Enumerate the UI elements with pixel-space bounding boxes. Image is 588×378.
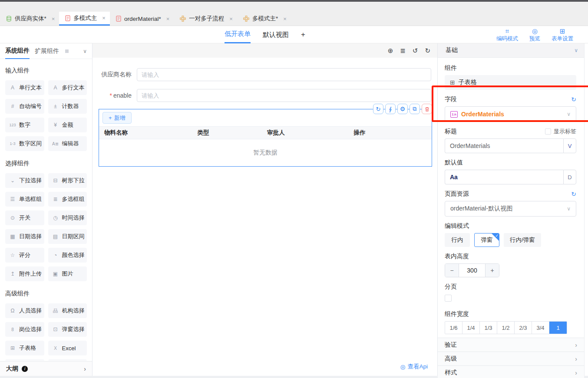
component-amount[interactable]: ¥金额 — [48, 118, 87, 132]
component-checkbox-group[interactable]: ≣多选框组 — [48, 192, 87, 207]
view-tab-default-view[interactable]: 默认视图 — [263, 26, 289, 43]
sync-icon[interactable]: ↻ — [373, 104, 383, 114]
sidebar-body: 输入组件 A单行文本 A多行文本 #自动编号 ±计数器 123数字 ¥金额 1-… — [0, 59, 92, 361]
title-input[interactable] — [445, 138, 563, 153]
panel-edge-strip — [584, 43, 588, 376]
component-subtable[interactable]: ⊞子表格 — [5, 341, 44, 355]
component-post-select[interactable]: 8岗位选择 — [5, 322, 44, 337]
component-date-range[interactable]: ▤日期区间 — [48, 229, 87, 244]
table-height-value[interactable]: 300 — [459, 264, 486, 277]
supplier-name-input[interactable] — [137, 68, 431, 81]
file-tab-one-to-many-flow[interactable]: 一对多子流程 × — [174, 12, 237, 26]
tab-extension-components[interactable]: 扩展组件 — [35, 43, 59, 59]
add-view-tab-button[interactable]: + — [301, 30, 305, 39]
component-number[interactable]: 123数字 — [5, 118, 44, 132]
field-select[interactable]: 1:n OrderMaterials ∨ — [445, 106, 576, 122]
delete-icon[interactable] — [422, 104, 432, 114]
redo-icon[interactable]: ↻ — [425, 47, 430, 55]
title-variable-button[interactable]: V — [563, 138, 576, 153]
edit-mode-option-popup[interactable]: 弹窗 ✓ — [474, 233, 499, 247]
collapse-sidebar-icon[interactable]: ∨ — [83, 48, 87, 54]
tab-system-components[interactable]: 系统组件 — [5, 43, 30, 59]
subtable: 物料名称 类型 审批人 操作 暂无数据 — [99, 126, 432, 166]
width-option-full[interactable]: 1 — [549, 322, 567, 334]
component-multi-line-text[interactable]: A多行文本 — [48, 80, 87, 95]
show-label-checkbox[interactable] — [545, 128, 551, 135]
view-api-link[interactable]: ◎ 查看Api — [400, 363, 428, 371]
edit-mode-option-inline-popup[interactable]: 行内/弹窗 — [504, 233, 541, 247]
component-attachment-upload[interactable]: ↥附件上传 — [5, 266, 44, 281]
component-label: 金额 — [62, 121, 73, 129]
component-color-picker[interactable]: ◔颜色选择 — [48, 248, 87, 263]
main-area: 系统组件 扩展组件 ∨ 输入组件 A单行文本 A多行文本 #自动编号 ±计数器 … — [0, 43, 588, 376]
subtable-widget-selected[interactable]: ↻ ∮ ⚙ ⧉ +新增 物料名称 类型 审批人 操作 暂无 — [99, 109, 432, 167]
code-mode-button[interactable]: ⌗ 编码模式 — [496, 28, 518, 43]
component-single-line-text[interactable]: A单行文本 — [5, 80, 44, 95]
component-counter[interactable]: ±计数器 — [48, 99, 87, 114]
gear-icon[interactable]: ⚙ — [397, 104, 408, 114]
undo-icon[interactable]: ↺ — [413, 47, 418, 55]
close-icon[interactable]: × — [166, 16, 170, 22]
edit-mode-option-inline[interactable]: 行内 — [445, 233, 470, 247]
title-label: 标题 — [445, 128, 457, 135]
component-person-select[interactable]: Ω人员选择 — [5, 303, 44, 318]
section-header-validation[interactable]: 验证 › — [438, 338, 584, 352]
preview-button[interactable]: ◎ 预览 — [529, 28, 540, 43]
width-option-2-3[interactable]: 2/3 — [515, 322, 532, 334]
close-icon[interactable]: × — [102, 15, 106, 21]
pagination-checkbox[interactable] — [445, 295, 452, 302]
close-icon[interactable]: × — [229, 16, 233, 22]
document-icon — [116, 16, 121, 22]
width-option-1-3[interactable]: 1/3 — [480, 322, 497, 334]
component-auto-number[interactable]: #自动编号 — [5, 99, 44, 114]
file-tab-multi-mode-main-2[interactable]: 多模式主* × — [237, 12, 291, 26]
section-header-style[interactable]: 样式 › — [438, 365, 584, 378]
component-image[interactable]: ▣图片 — [48, 266, 87, 281]
link-icon[interactable]: ∮ — [385, 104, 396, 114]
default-value-mode-button[interactable]: D — [563, 170, 576, 184]
field-row-enable: *enable — [92, 89, 437, 102]
chevron-right-icon[interactable]: › — [84, 365, 86, 372]
default-value-input[interactable] — [445, 170, 563, 184]
width-option-1-6[interactable]: 1/6 — [445, 322, 462, 334]
width-option-1-4[interactable]: 1/4 — [462, 322, 480, 334]
file-tab-order-material[interactable]: orderMaterial* × — [110, 12, 174, 26]
component-switch[interactable]: ⊙开关 — [5, 210, 44, 225]
component-dropdown-select[interactable]: ⌄下拉选择 — [5, 173, 44, 188]
refresh-icon[interactable]: ↻ — [571, 96, 576, 103]
increment-button[interactable]: + — [486, 264, 499, 277]
component-excel[interactable]: XExcel — [48, 341, 87, 355]
outline-footer[interactable]: 大纲 i › — [0, 361, 92, 376]
section-header-basic[interactable]: 基础 ∨ — [438, 43, 584, 58]
width-option-1-2[interactable]: 1/2 — [497, 322, 515, 334]
component-number-range[interactable]: 1-3数字区间 — [5, 136, 44, 151]
enable-input[interactable] — [137, 89, 431, 102]
view-tab-lowcode-form[interactable]: 低开表单 — [225, 26, 251, 43]
component-date-picker[interactable]: ▦日期选择 — [5, 229, 44, 244]
component-radio-group[interactable]: ☰单选框组 — [5, 192, 44, 207]
component-popup-select[interactable]: ⊡弹窗选择 — [48, 322, 87, 337]
section-header-advanced[interactable]: 高级 › — [438, 352, 584, 365]
component-tree-dropdown[interactable]: ⊟树形下拉 — [48, 173, 87, 188]
component-rating[interactable]: ☆评分 — [5, 248, 44, 263]
table-height-stepper: − 300 + — [445, 263, 499, 277]
component-time-picker[interactable]: ◷时间选择 — [48, 210, 87, 225]
form-settings-button[interactable]: ⊞ 表单设置 — [552, 28, 573, 43]
close-icon[interactable]: × — [52, 16, 55, 22]
form-settings-icon: ⊞ — [560, 28, 565, 35]
globe-icon[interactable]: ⊕ — [388, 47, 393, 55]
outline-tree-icon[interactable]: ≣ — [400, 47, 406, 55]
refresh-icon[interactable]: ↻ — [571, 191, 576, 197]
page-resource-label: 页面资源 — [445, 190, 469, 198]
file-tab-multi-mode-main[interactable]: 多模式主 × — [59, 12, 110, 26]
select-components-grid: ⌄下拉选择 ⊟树形下拉 ☰单选框组 ≣多选框组 ⊙开关 ◷时间选择 ▦日期选择 … — [5, 173, 87, 281]
component-org-select[interactable]: 品机构选择 — [48, 303, 87, 318]
file-tab-supplier-entity[interactable]: 供应商实体* × — [0, 12, 59, 26]
add-row-button[interactable]: +新增 — [102, 112, 132, 124]
decrement-button[interactable]: − — [445, 264, 459, 277]
copy-icon[interactable]: ⧉ — [410, 104, 420, 114]
width-option-3-4[interactable]: 3/4 — [532, 322, 549, 334]
close-icon[interactable]: × — [283, 16, 287, 22]
component-editor[interactable]: A≣编辑器 — [48, 136, 87, 151]
page-resource-select[interactable]: orderMaterial-默认视图 ∨ — [445, 201, 576, 217]
